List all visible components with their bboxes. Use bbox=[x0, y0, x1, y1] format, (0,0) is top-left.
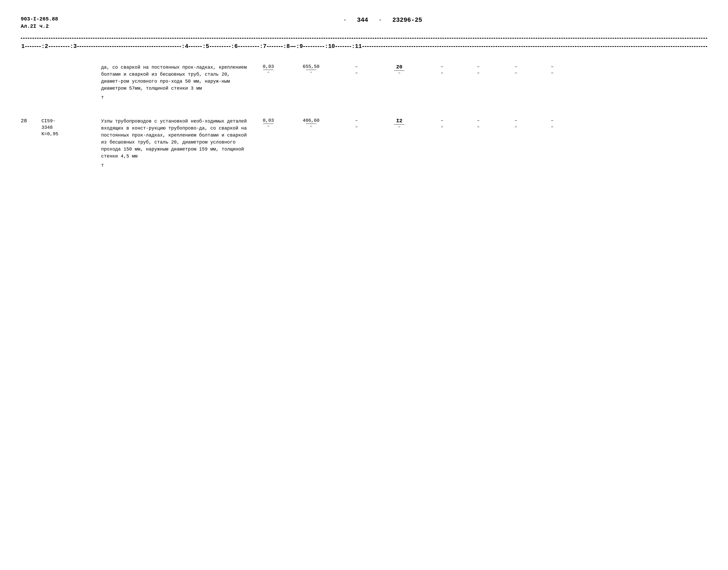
row-col9-27: – – bbox=[462, 63, 495, 101]
dash-2-3 bbox=[49, 46, 69, 47]
col-label-2: :2 bbox=[41, 43, 48, 50]
col7-sub-27: – bbox=[394, 70, 404, 75]
col8-top-27: – bbox=[441, 64, 443, 69]
col11-top-27: – bbox=[551, 64, 554, 69]
col5-main-28: 406,60 bbox=[303, 118, 320, 123]
unit-28: т bbox=[101, 162, 251, 169]
dash-col9-28: – – bbox=[462, 118, 495, 129]
col9-top-27: – bbox=[477, 64, 480, 69]
value-col7-28: I2 – bbox=[376, 118, 422, 129]
col-label-6: :6 bbox=[230, 43, 238, 50]
description-text-27: да, со сваркой на постоянных прок-ладках… bbox=[101, 64, 251, 92]
col5-sub-27: – bbox=[306, 70, 316, 75]
col-label-1: 1 bbox=[21, 43, 25, 50]
table-row: 28 СI59- 3348 K=0,95 Узлы трубопроводов … bbox=[21, 116, 707, 169]
doc-number-line2: Ал.2I ч.2 bbox=[21, 23, 58, 30]
dash-4-5 bbox=[189, 46, 202, 47]
row-col8-28: – – bbox=[422, 116, 462, 169]
dash-col10-27: – – bbox=[495, 64, 537, 75]
col-label-9: :9 bbox=[296, 43, 303, 50]
col4-sub-27: – bbox=[263, 70, 274, 75]
col-label-7: :7 bbox=[259, 43, 267, 50]
dash-col8-28: – – bbox=[422, 118, 462, 129]
dash-col10-28: – – bbox=[495, 118, 537, 129]
col10-top-28: – bbox=[515, 118, 518, 123]
col7-main-28: I2 bbox=[396, 118, 402, 124]
row-number-28: 28 bbox=[21, 116, 41, 169]
row-col8-27: – – bbox=[422, 63, 462, 101]
col9-top-28: – bbox=[477, 118, 480, 123]
dash-3-4 bbox=[77, 46, 181, 47]
doc-right-number: 23296-25 bbox=[392, 17, 422, 24]
row-col9-28: – – bbox=[462, 116, 495, 169]
row-col10-28: – – bbox=[495, 116, 537, 169]
header-center: - 344 - 23296-25 bbox=[58, 16, 707, 24]
value-col5-27: 655,50 – bbox=[285, 64, 337, 75]
header-left: 903-I-265.88 Ал.2I ч.2 bbox=[21, 16, 58, 30]
col6-top-28: – bbox=[355, 118, 358, 123]
col7-main-27: 20 bbox=[396, 64, 402, 70]
col-label-8: :8 bbox=[283, 43, 291, 50]
header: 903-I-265.88 Ал.2I ч.2 - 344 - 23296-25 bbox=[21, 16, 707, 30]
dash-col6-28: – – bbox=[337, 118, 376, 129]
center-dash2: - bbox=[378, 17, 382, 23]
row-col11-28: – – bbox=[537, 116, 568, 169]
center-page-number: 344 bbox=[357, 17, 368, 24]
code-text-28: СI59- 3348 K=0,95 bbox=[41, 118, 101, 137]
dash-col8-27: – – bbox=[422, 64, 462, 75]
doc-number-line1: 903-I-265.88 bbox=[21, 16, 58, 23]
col6-bottom-27: – bbox=[355, 70, 358, 75]
col-label-5: :5 bbox=[202, 43, 209, 50]
column-numbers-bar: 1 :2 :3 :4 :5 :6 :7 :8 :9 :10 :11 bbox=[21, 43, 707, 50]
col7-sub-28: – bbox=[394, 124, 404, 129]
row-num-text-28: 28 bbox=[21, 118, 27, 124]
dash-col11-28: – – bbox=[537, 118, 568, 129]
value-col7-27: 20 – bbox=[376, 64, 422, 75]
dash-col9-27: – – bbox=[462, 64, 495, 75]
table-row: да, со сваркой на постоянных прок-ладках… bbox=[21, 63, 707, 101]
col10-top-27: – bbox=[515, 64, 518, 69]
top-dashed-line bbox=[21, 38, 707, 39]
row-col5-27: 655,50 – bbox=[285, 63, 337, 101]
row-col11-27: – – bbox=[537, 63, 568, 101]
row-code-27 bbox=[41, 63, 101, 101]
col4-main-27: 0,03 bbox=[262, 64, 274, 69]
dash-col11-27: – – bbox=[537, 64, 568, 75]
col11-bottom-28: – bbox=[551, 124, 554, 129]
col5-main-27: 655,50 bbox=[303, 64, 320, 69]
col10-bottom-27: – bbox=[515, 70, 518, 75]
col8-bottom-28: – bbox=[441, 124, 443, 129]
col-label-11: :11 bbox=[351, 43, 362, 50]
col5-sub-28: – bbox=[306, 123, 316, 128]
row-col4-28: 0,03 – bbox=[251, 116, 285, 169]
dash-11-end bbox=[362, 46, 707, 47]
row-col6-27: – – bbox=[337, 63, 376, 101]
dash-8-9 bbox=[291, 46, 296, 47]
col11-top-28: – bbox=[551, 118, 554, 123]
dash-1-2 bbox=[25, 46, 41, 47]
col-label-4: :4 bbox=[181, 43, 189, 50]
row-col5-28: 406,60 – bbox=[285, 116, 337, 169]
dash-col6-27: – – bbox=[337, 64, 376, 75]
col-label-3: :3 bbox=[69, 43, 77, 50]
col6-bottom-28: – bbox=[355, 124, 358, 129]
dash-6-7 bbox=[238, 46, 259, 47]
value-col4-27: 0,03 – bbox=[251, 64, 285, 75]
dash-7-8 bbox=[267, 46, 283, 47]
value-col4-28: 0,03 – bbox=[251, 118, 285, 128]
col8-bottom-27: – bbox=[441, 70, 443, 75]
col4-sub-28: – bbox=[263, 123, 274, 128]
dash-9-10 bbox=[303, 46, 324, 47]
col9-bottom-27: – bbox=[477, 70, 480, 75]
row-description-27: да, со сваркой на постоянных прок-ладках… bbox=[101, 63, 251, 101]
col-label-10: :10 bbox=[324, 43, 336, 50]
row-col7-28: I2 – bbox=[376, 116, 422, 169]
col10-bottom-28: – bbox=[515, 124, 518, 129]
value-col5-28: 406,60 – bbox=[285, 118, 337, 128]
col11-bottom-27: – bbox=[551, 70, 554, 75]
col9-bottom-28: – bbox=[477, 124, 480, 129]
row-number-27 bbox=[21, 63, 41, 101]
row-col7-27: 20 – bbox=[376, 63, 422, 101]
center-dash1: - bbox=[343, 17, 347, 23]
unit-27: т bbox=[101, 94, 251, 101]
